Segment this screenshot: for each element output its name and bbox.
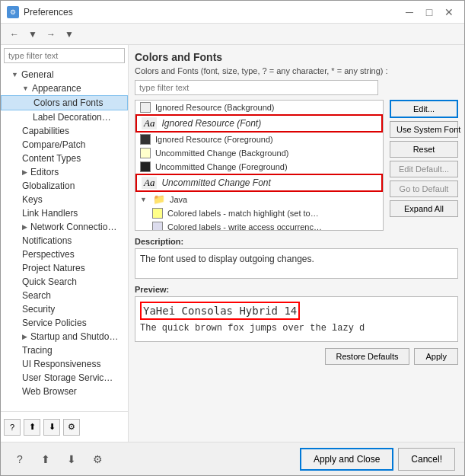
description-label: Description: — [135, 237, 458, 246]
list-item-ignored-font[interactable]: Aa Ignored Resource (Font) — [135, 114, 383, 133]
apply-and-close-button[interactable]: Apply and Close — [300, 448, 393, 471]
sidebar-item-ui-responsiveness[interactable]: UI Responsiveness — [1, 357, 128, 371]
sidebar-item-compare-patch[interactable]: Compare/Patch — [1, 138, 128, 152]
panel-title: Colors and Fonts — [135, 51, 458, 63]
edit-default-button[interactable]: Edit Default... — [390, 161, 458, 177]
list-item-colored-labels-write[interactable]: Colored labels - write access occurrenc… — [135, 220, 383, 230]
sidebar-item-general[interactable]: ▼ General — [1, 68, 128, 81]
window-controls: ─ □ ✕ — [400, 5, 458, 20]
right-panel: Colors and Fonts Colors and Fonts (font,… — [129, 45, 464, 442]
sidebar-item-tracing[interactable]: Tracing — [1, 343, 128, 357]
preview-area: Preview: YaHei Consolas Hybrid 14 The qu… — [135, 285, 458, 342]
back-button[interactable]: ← — [7, 27, 22, 42]
sidebar-filter-input[interactable] — [4, 48, 125, 63]
list-item-java[interactable]: ▼ 📁 Java — [135, 192, 383, 206]
close-button[interactable]: ✕ — [440, 5, 458, 20]
sidebar-item-editors[interactable]: ▶ Editors — [1, 165, 128, 179]
colors-area: Ignored Resource (Background) Aa Ignored… — [135, 100, 458, 231]
sidebar-item-keys[interactable]: Keys — [1, 193, 128, 206]
sidebar-export-button[interactable]: ⬇ — [43, 419, 60, 436]
sidebar-item-content-types[interactable]: Content Types — [1, 152, 128, 165]
footer-left: ? ⬆ ⬇ ⚙ — [10, 449, 107, 469]
list-item[interactable]: Ignored Resource (Background) — [135, 101, 383, 114]
use-system-font-button[interactable]: Use System Font — [390, 121, 458, 138]
bottom-right-buttons: Restore Defaults Apply — [135, 348, 458, 365]
sidebar-tree: ▼ General ▼ Appearance Colors and Fonts … — [1, 66, 128, 411]
color-swatch — [140, 102, 151, 113]
preview-box: YaHei Consolas Hybrid 14 The quick brown… — [135, 296, 458, 342]
sidebar-item-notifications[interactable]: Notifications — [1, 234, 128, 248]
sidebar-item-startup-shutdown[interactable]: ▶ Startup and Shutdo… — [1, 330, 128, 343]
expand-arrow-editors: ▶ — [22, 168, 27, 176]
export-button[interactable]: ⬇ — [62, 449, 81, 469]
nav-forward-button[interactable]: ▼ — [62, 27, 77, 42]
sidebar-help-button[interactable]: ? — [4, 419, 21, 436]
forward-button[interactable]: ▼ — [25, 27, 40, 42]
list-item-uncommitted-bg[interactable]: Uncommitted Change (Background) — [135, 146, 383, 160]
font-preview-aa: Aa — [142, 117, 157, 129]
expand-arrow-startup: ▶ — [22, 333, 27, 340]
sidebar-item-link-handlers[interactable]: Link Handlers — [1, 206, 128, 220]
java-folder-icon: 📁 — [153, 193, 165, 205]
color-swatch — [140, 148, 151, 158]
maximize-button[interactable]: □ — [420, 5, 438, 20]
sidebar-item-globalization[interactable]: Globalization — [1, 179, 128, 193]
expand-arrow-general: ▼ — [11, 71, 18, 78]
colors-filter-input[interactable] — [135, 80, 378, 95]
settings-button[interactable]: ⚙ — [88, 449, 107, 469]
window-icon: ⚙ — [7, 6, 19, 18]
edit-button[interactable]: Edit... — [390, 100, 458, 118]
sidebar-item-security[interactable]: Security — [1, 302, 128, 316]
list-item-uncommitted-font[interactable]: Aa Uncommitted Change Font — [135, 174, 383, 192]
apply-button[interactable]: Apply — [414, 348, 458, 365]
import-button[interactable]: ⬆ — [36, 449, 56, 469]
title-bar-left: ⚙ Preferences — [7, 6, 73, 18]
toolbar: ← ▼ → ▼ — [1, 24, 464, 45]
color-swatch — [152, 208, 163, 219]
description-text: The font used to display outgoing change… — [140, 254, 314, 264]
sidebar-item-capabilities[interactable]: Capabilities — [1, 124, 128, 138]
list-item-uncommitted-fg[interactable]: Uncommitted Change (Foreground) — [135, 160, 383, 174]
sidebar: ▼ General ▼ Appearance Colors and Fonts … — [1, 45, 129, 442]
help-button[interactable]: ? — [10, 449, 30, 469]
expand-all-button[interactable]: Expand All — [390, 200, 458, 217]
color-swatch — [140, 134, 151, 145]
colors-buttons: Edit... Use System Font Reset Edit Defau… — [390, 100, 458, 231]
sidebar-bottom: ? ⬆ ⬇ ⚙ — [1, 411, 128, 442]
list-item-colored-labels[interactable]: Colored labels - match highlight (set to… — [135, 206, 383, 220]
sidebar-item-search[interactable]: Search — [1, 289, 128, 302]
description-area: Description: The font used to display ou… — [135, 237, 458, 279]
sidebar-item-perspectives[interactable]: Perspectives — [1, 248, 128, 261]
cancel-button[interactable]: Cancel! — [398, 448, 455, 471]
restore-defaults-button[interactable]: Restore Defaults — [325, 348, 410, 365]
sidebar-item-appearance[interactable]: ▼ Appearance — [1, 81, 128, 95]
description-box: The font used to display outgoing change… — [135, 248, 458, 279]
sidebar-filter — [4, 48, 125, 63]
panel-description: Colors and Fonts (font, size, type, ? = … — [135, 66, 458, 75]
sidebar-import-button[interactable]: ⬆ — [24, 419, 40, 436]
title-bar: ⚙ Preferences ─ □ ✕ — [1, 1, 464, 24]
sidebar-item-web-browser[interactable]: Web Browser — [1, 385, 128, 398]
expand-arrow-network: ▶ — [22, 223, 27, 231]
color-swatch — [140, 161, 151, 172]
sidebar-item-label-decorations[interactable]: Label Decoration… — [1, 110, 128, 124]
sidebar-item-colors-and-fonts[interactable]: Colors and Fonts — [1, 95, 128, 110]
colors-list-container: Ignored Resource (Background) Aa Ignored… — [135, 100, 384, 231]
sidebar-settings-button[interactable]: ⚙ — [63, 419, 80, 436]
colors-filter — [135, 80, 458, 95]
reset-button[interactable]: Reset — [390, 141, 458, 158]
sidebar-item-quick-search[interactable]: Quick Search — [1, 275, 128, 289]
footer-right: Apply and Close Cancel! — [300, 448, 455, 471]
sidebar-item-user-storage[interactable]: User Storage Servic… — [1, 371, 128, 385]
window-title: Preferences — [24, 7, 73, 18]
preview-label: Preview: — [135, 285, 458, 294]
minimize-button[interactable]: ─ — [400, 5, 419, 20]
sidebar-item-service-policies[interactable]: Service Policies — [1, 316, 128, 330]
footer: ? ⬆ ⬇ ⚙ Apply and Close Cancel! — [1, 442, 464, 475]
list-item-ignored-fg[interactable]: Ignored Resource (Foreground) — [135, 133, 383, 146]
colors-list[interactable]: Ignored Resource (Background) Aa Ignored… — [135, 101, 383, 230]
sidebar-item-project-natures[interactable]: Project Natures — [1, 261, 128, 275]
nav-dropdown-button[interactable]: → — [43, 27, 59, 42]
go-to-default-button[interactable]: Go to Default — [390, 180, 458, 197]
sidebar-item-network-connections[interactable]: ▶ Network Connectio… — [1, 220, 128, 234]
